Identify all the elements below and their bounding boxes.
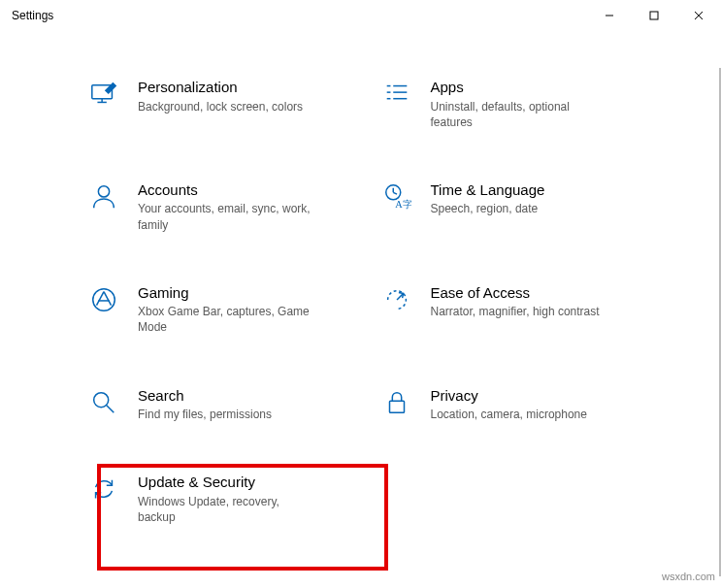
- settings-item-accounts[interactable]: Accounts Your accounts, email, sync, wor…: [87, 180, 342, 233]
- window-title: Settings: [12, 9, 53, 22]
- item-title: Apps: [431, 78, 606, 97]
- item-title: Privacy: [431, 386, 587, 406]
- item-title: Search: [138, 386, 272, 406]
- settings-item-personalization[interactable]: Personalization Background, lock screen,…: [87, 78, 342, 130]
- item-title: Personalization: [138, 78, 303, 97]
- item-desc: Location, camera, microphone: [431, 405, 587, 422]
- item-title: Update & Security: [138, 473, 312, 492]
- settings-item-search[interactable]: Search Find my files, permissions: [87, 386, 342, 423]
- ease-of-access-icon: [380, 283, 413, 316]
- item-desc: Windows Update, recovery, backup: [138, 492, 312, 525]
- settings-grid: Personalization Background, lock screen,…: [0, 31, 721, 525]
- item-title: Time & Language: [431, 180, 545, 200]
- item-desc: Background, lock screen, colors: [138, 97, 303, 114]
- settings-item-apps[interactable]: Apps Uninstall, defaults, optional featu…: [380, 78, 635, 130]
- svg-line-16: [393, 192, 397, 194]
- svg-line-19: [97, 291, 105, 305]
- minimize-button[interactable]: [587, 0, 632, 31]
- settings-item-time-language[interactable]: A字 Time & Language Speech, region, date: [380, 180, 635, 233]
- settings-item-privacy[interactable]: Privacy Location, camera, microphone: [380, 386, 635, 423]
- svg-point-13: [98, 186, 109, 197]
- privacy-icon: [380, 386, 413, 419]
- item-desc: Narrator, magnifier, high contrast: [431, 302, 600, 319]
- item-desc: Your accounts, email, sync, work, family: [138, 199, 312, 232]
- window-controls: [587, 0, 721, 31]
- svg-rect-25: [389, 401, 404, 412]
- item-desc: Find my files, permissions: [138, 405, 272, 422]
- accounts-icon: [87, 180, 120, 213]
- svg-line-24: [107, 405, 115, 412]
- svg-text:A字: A字: [395, 199, 411, 210]
- item-desc: Speech, region, date: [431, 199, 545, 216]
- maximize-button[interactable]: [632, 0, 676, 31]
- svg-line-20: [104, 291, 112, 305]
- time-language-icon: A字: [380, 180, 413, 213]
- item-desc: Xbox Game Bar, captures, Game Mode: [138, 302, 312, 335]
- close-button[interactable]: [676, 0, 721, 31]
- watermark: wsxdn.com: [662, 571, 715, 582]
- item-title: Ease of Access: [431, 283, 600, 303]
- gaming-icon: [87, 283, 120, 316]
- item-title: Accounts: [138, 180, 312, 200]
- personalization-icon: [87, 78, 120, 111]
- item-desc: Uninstall, defaults, optional features: [431, 97, 606, 130]
- svg-point-23: [94, 392, 109, 407]
- settings-item-gaming[interactable]: Gaming Xbox Game Bar, captures, Game Mod…: [87, 283, 342, 336]
- item-title: Gaming: [138, 283, 312, 303]
- settings-item-ease-of-access[interactable]: Ease of Access Narrator, magnifier, high…: [380, 283, 635, 336]
- search-icon: [87, 386, 120, 419]
- svg-rect-1: [650, 12, 658, 19]
- titlebar: Settings: [0, 0, 721, 31]
- apps-icon: [380, 78, 413, 111]
- settings-item-update-security[interactable]: Update & Security Windows Update, recove…: [87, 473, 342, 525]
- update-security-icon: [87, 473, 120, 506]
